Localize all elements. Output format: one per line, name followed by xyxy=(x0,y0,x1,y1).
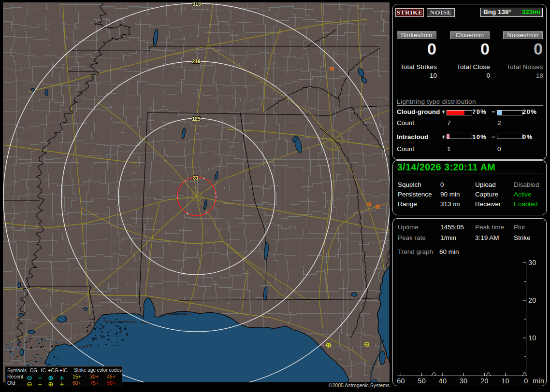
svg-text:60: 60 xyxy=(397,377,405,385)
svg-text:30: 30 xyxy=(460,377,468,385)
svg-text:min: min xyxy=(533,377,544,385)
svg-text:219: 219 xyxy=(192,58,201,64)
svg-text:313: 313 xyxy=(192,2,201,7)
svg-text:31: 31 xyxy=(193,175,199,181)
svg-text:10: 10 xyxy=(501,377,509,385)
svg-text:50: 50 xyxy=(418,377,426,385)
svg-text:20: 20 xyxy=(480,377,489,385)
svg-text:40: 40 xyxy=(439,377,447,385)
svg-text:125: 125 xyxy=(192,116,201,122)
svg-text:0: 0 xyxy=(524,377,528,385)
svg-text:30: 30 xyxy=(528,259,536,266)
svg-text:10: 10 xyxy=(528,334,536,342)
svg-text:20: 20 xyxy=(528,296,536,304)
